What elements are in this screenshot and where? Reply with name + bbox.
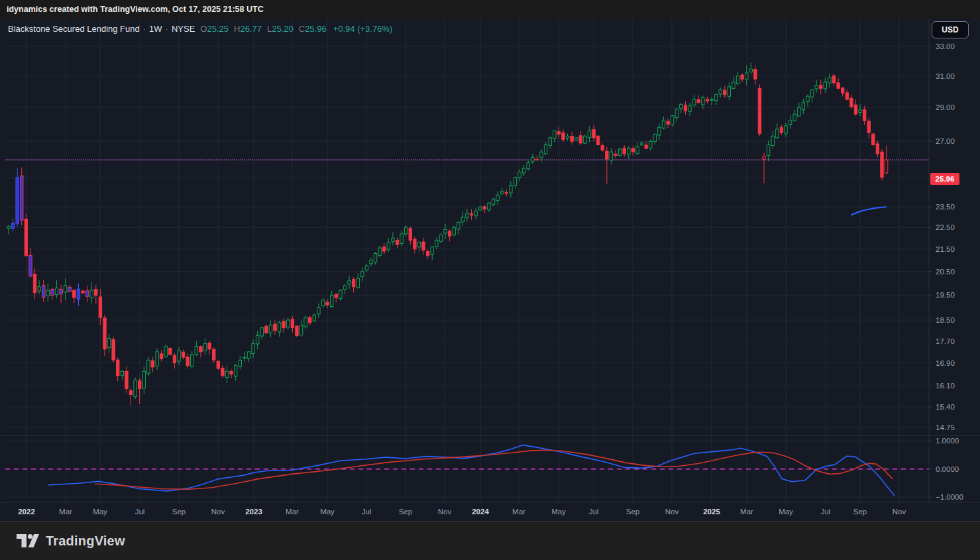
candle: [741, 75, 743, 79]
candle: [99, 297, 101, 317]
candle: [191, 355, 193, 366]
candle: [125, 371, 128, 388]
tradingview-brand-text[interactable]: TradingView: [46, 533, 125, 549]
candle: [579, 136, 582, 143]
price-axis-label: 33.00: [936, 42, 955, 50]
candle: [282, 321, 285, 328]
candle: [780, 127, 783, 133]
candle: [749, 69, 752, 72]
time-axis-month-label: Nov: [438, 508, 452, 516]
candle: [134, 380, 136, 396]
candle: [876, 144, 879, 154]
candle: [387, 243, 390, 249]
exchange-label: NYSE: [172, 24, 195, 34]
time-axis-year-label: 2025: [703, 508, 720, 516]
candle: [129, 390, 132, 394]
candle: [95, 290, 97, 296]
candle: [789, 121, 791, 124]
tradingview-logo-icon[interactable]: [16, 532, 40, 549]
chart-area[interactable]: 33.0031.0029.0027.0025.0023.5022.5021.50…: [0, 19, 980, 521]
interval-label[interactable]: 1W: [149, 24, 162, 34]
candle: [623, 148, 626, 154]
candle: [348, 281, 351, 284]
candle: [680, 104, 682, 108]
candle: [606, 151, 608, 159]
candle: [806, 96, 809, 101]
low-value: 25.20: [272, 24, 294, 34]
candle: [77, 289, 80, 299]
candle: [496, 195, 499, 200]
high-value: 26.77: [240, 24, 262, 34]
candle: [500, 191, 503, 193]
attribution-bar: idynamics created with TradingView.com, …: [0, 0, 980, 19]
currency-toggle-button[interactable]: USD: [932, 21, 969, 38]
candle: [225, 371, 228, 377]
candle: [745, 73, 748, 80]
candle: [82, 291, 84, 293]
candle: [658, 127, 661, 135]
candle: [492, 199, 494, 205]
candle: [549, 138, 551, 145]
candlestick-chart-canvas[interactable]: 33.0031.0029.0027.0025.0023.5022.5021.50…: [0, 19, 980, 521]
candle: [213, 349, 215, 360]
time-axis-month-label: Nov: [211, 508, 225, 516]
footer-bar: TradingView: [0, 521, 980, 560]
candle: [169, 349, 172, 355]
candle: [107, 339, 110, 348]
candle: [230, 372, 233, 374]
candle: [448, 231, 451, 236]
candle: [378, 248, 381, 255]
candle: [11, 223, 14, 228]
candle: [208, 343, 211, 349]
candle: [370, 260, 372, 264]
time-axis-year-label: 2022: [18, 508, 35, 516]
candle: [156, 352, 158, 366]
candle: [330, 295, 333, 306]
time-axis-month-label: May: [551, 508, 566, 516]
price-axis-label: 20.50: [936, 268, 955, 276]
candle: [178, 351, 180, 361]
candle: [453, 227, 455, 235]
price-axis-label: 19.50: [936, 291, 955, 299]
candle: [505, 193, 508, 194]
candle: [299, 325, 302, 335]
candle: [304, 317, 307, 327]
candle: [361, 272, 364, 277]
indicator-axis-label: −1.0000: [936, 493, 963, 501]
candle: [631, 148, 634, 152]
candle: [435, 241, 438, 247]
candle: [667, 121, 669, 124]
time-axis-month-label: Mar: [740, 508, 753, 516]
candle: [474, 211, 477, 215]
candle: [221, 368, 224, 375]
candle: [16, 178, 19, 223]
candle: [470, 214, 472, 215]
candle: [55, 288, 58, 295]
candle: [317, 308, 320, 314]
candle: [343, 286, 346, 290]
candle: [588, 131, 590, 138]
candle: [601, 146, 604, 150]
last-price-label: 25.96: [930, 173, 959, 185]
candle: [383, 247, 386, 251]
legend-separator: ·: [143, 24, 146, 34]
candle: [824, 82, 826, 89]
candle: [404, 227, 407, 234]
candle: [859, 110, 861, 113]
candle: [763, 156, 765, 159]
candle: [247, 352, 250, 359]
candle: [776, 129, 779, 138]
symbol-title[interactable]: Blackstone Secured Lending Fund: [8, 24, 140, 34]
candle: [518, 172, 521, 178]
time-axis-month-label: Sep: [172, 508, 186, 516]
candle: [51, 290, 54, 296]
candle: [256, 336, 258, 344]
candle: [710, 99, 713, 100]
open-value: 25.25: [207, 24, 229, 34]
candle: [234, 366, 237, 376]
candle: [160, 354, 162, 359]
candle: [850, 98, 853, 107]
candle: [653, 135, 656, 142]
candle: [73, 290, 76, 298]
time-axis-month-label: May: [779, 508, 793, 516]
